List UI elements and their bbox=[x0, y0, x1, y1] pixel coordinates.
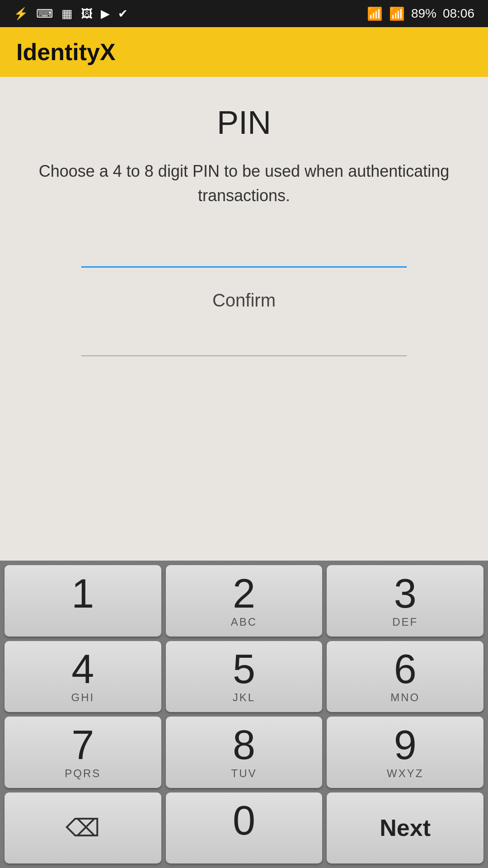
key-8[interactable]: 8 TUV bbox=[166, 717, 323, 788]
key-9[interactable]: 9 WXYZ bbox=[327, 717, 483, 788]
play-icon: ▶ bbox=[101, 7, 110, 21]
keyboard-icon: ⌨ bbox=[36, 7, 53, 21]
status-left-icons: ⚡ ⌨ ▦ 🖼 ▶ ✔ bbox=[14, 7, 128, 21]
pin-input[interactable] bbox=[81, 235, 407, 268]
backspace-icon: ⌫ bbox=[66, 814, 100, 842]
usb-icon: ⚡ bbox=[14, 7, 28, 21]
confirm-label: Confirm bbox=[212, 290, 276, 311]
key-0[interactable]: 0 bbox=[166, 793, 323, 864]
backspace-button[interactable]: ⌫ bbox=[5, 793, 161, 864]
time-label: 08:06 bbox=[443, 6, 474, 21]
page-title: PIN bbox=[217, 104, 271, 141]
key-4[interactable]: 4 GHI bbox=[5, 641, 161, 712]
image-icon: 🖼 bbox=[81, 7, 93, 21]
battery-label: 89% bbox=[411, 6, 436, 21]
keypad: 1 2 ABC 3 DEF 4 GHI 5 JKL 6 MNO 7 PQRS 8… bbox=[0, 561, 488, 868]
pin-input-container bbox=[81, 235, 407, 268]
app-title: IdentityX bbox=[16, 38, 116, 66]
status-bar: ⚡ ⌨ ▦ 🖼 ▶ ✔ 📶 📶 89% 08:06 bbox=[0, 0, 488, 27]
wifi-icon: 📶 bbox=[367, 6, 383, 21]
next-label: Next bbox=[380, 814, 431, 841]
next-button[interactable]: Next bbox=[327, 793, 483, 864]
key-5[interactable]: 5 JKL bbox=[166, 641, 323, 712]
check-icon: ✔ bbox=[118, 7, 128, 21]
key-6[interactable]: 6 MNO bbox=[327, 641, 483, 712]
main-content: PIN Choose a 4 to 8 digit PIN to be used… bbox=[0, 77, 488, 561]
status-right-icons: 📶 📶 89% 08:06 bbox=[367, 6, 474, 21]
key-2[interactable]: 2 ABC bbox=[166, 565, 323, 637]
signal-icon: 📶 bbox=[389, 6, 405, 21]
key-1[interactable]: 1 bbox=[5, 565, 161, 637]
confirm-input[interactable] bbox=[81, 324, 407, 356]
description-text: Choose a 4 to 8 digit PIN to be used whe… bbox=[36, 159, 452, 208]
key-7[interactable]: 7 PQRS bbox=[5, 717, 161, 788]
app-bar: IdentityX bbox=[0, 27, 488, 77]
screen-icon: ▦ bbox=[61, 7, 73, 21]
key-3[interactable]: 3 DEF bbox=[327, 565, 483, 637]
